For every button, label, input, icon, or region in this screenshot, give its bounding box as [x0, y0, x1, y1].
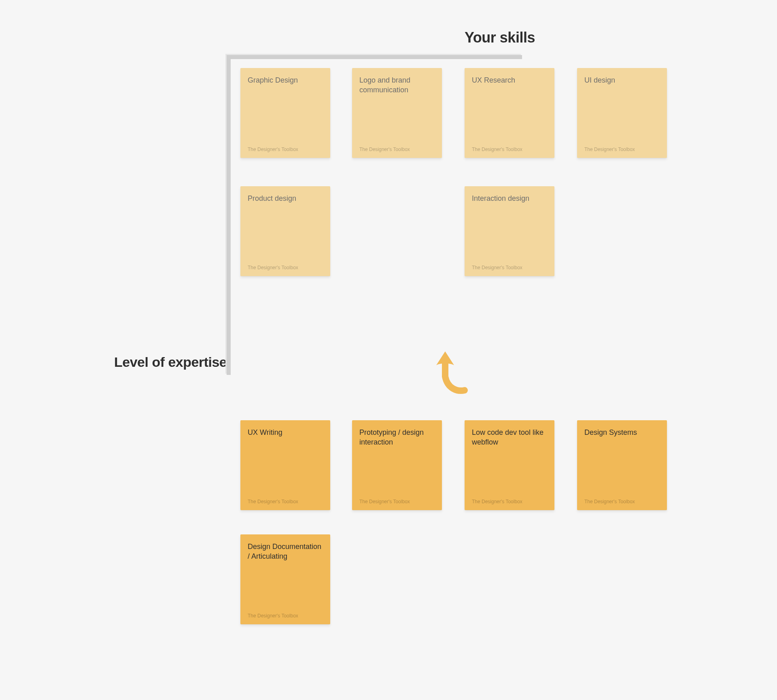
skill-card-ux-research[interactable]: UX ResearchThe Designer's Toolbox: [465, 68, 554, 158]
skill-card-label: UX Writing: [248, 428, 323, 437]
skill-card-footer: The Designer's Toolbox: [472, 265, 547, 270]
skill-card-label: UX Research: [472, 75, 547, 85]
skill-card-label: Low code dev tool like webflow: [472, 428, 547, 447]
skill-card-footer: The Designer's Toolbox: [359, 147, 435, 152]
skill-card-footer: The Designer's Toolbox: [248, 265, 323, 270]
skill-card-label: Graphic Design: [248, 75, 323, 85]
skill-card-graphic-design[interactable]: Graphic DesignThe Designer's Toolbox: [240, 68, 330, 158]
skill-card-label: Product design: [248, 194, 323, 203]
skill-card-footer: The Designer's Toolbox: [472, 147, 547, 152]
skill-card-label: Interaction design: [472, 194, 547, 203]
arrow-up-icon: [429, 347, 469, 395]
skill-card-footer: The Designer's Toolbox: [472, 499, 547, 504]
axis-label-skills: Your skills: [465, 29, 535, 46]
skill-card-footer: The Designer's Toolbox: [248, 499, 323, 504]
diagram-canvas: { "labels": { "top_title": "Your skills"…: [0, 0, 777, 700]
skill-card-footer: The Designer's Toolbox: [584, 147, 660, 152]
skill-card-label: Design Documentation / Articulating: [248, 542, 323, 562]
skill-card-label: UI design: [584, 75, 660, 85]
skill-card-label: Design Systems: [584, 428, 660, 437]
skill-card-footer: The Designer's Toolbox: [248, 613, 323, 619]
skill-card-product-design[interactable]: Product designThe Designer's Toolbox: [240, 186, 330, 276]
skill-card-design-systems[interactable]: Design SystemsThe Designer's Toolbox: [577, 420, 667, 510]
skill-card-low-code[interactable]: Low code dev tool like webflowThe Design…: [465, 420, 554, 510]
skill-card-footer: The Designer's Toolbox: [359, 499, 435, 504]
skill-card-footer: The Designer's Toolbox: [584, 499, 660, 504]
skill-card-design-docs[interactable]: Design Documentation / ArticulatingThe D…: [240, 534, 330, 624]
skill-card-footer: The Designer's Toolbox: [248, 147, 323, 152]
skill-card-ux-writing[interactable]: UX WritingThe Designer's Toolbox: [240, 420, 330, 510]
skill-card-label: Prototyping / design interaction: [359, 428, 435, 447]
skill-card-logo-brand-comm[interactable]: Logo and brand communicationThe Designer…: [352, 68, 442, 158]
skill-card-ui-design[interactable]: UI designThe Designer's Toolbox: [577, 68, 667, 158]
guide-horizontal: [227, 55, 522, 59]
axis-label-expertise: Level of expertise: [114, 354, 227, 370]
skill-card-interaction-design[interactable]: Interaction designThe Designer's Toolbox: [465, 186, 554, 276]
skill-card-prototyping[interactable]: Prototyping / design interactionThe Desi…: [352, 420, 442, 510]
guide-vertical: [227, 55, 231, 375]
skill-card-label: Logo and brand communication: [359, 75, 435, 95]
